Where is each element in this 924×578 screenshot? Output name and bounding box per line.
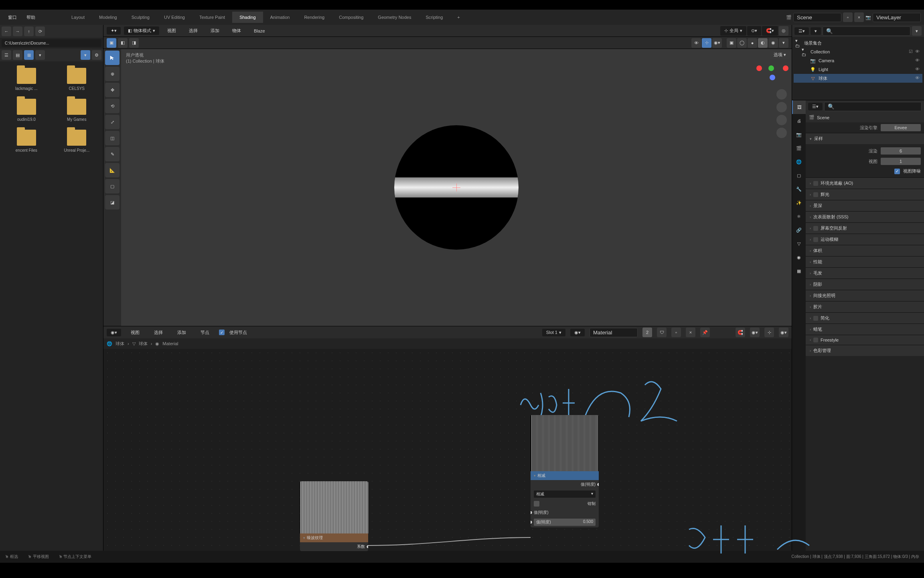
value2-field[interactable]: 值(明度) 0.500 (534, 519, 596, 526)
input-socket-value1[interactable] (531, 511, 533, 515)
prop-tab-scene[interactable]: 🎬 (792, 141, 806, 155)
select-mode-2[interactable]: ◧ (118, 38, 128, 48)
vp-blaze-menu[interactable]: Blaze (249, 27, 270, 35)
shading-rendered[interactable]: ◉ (768, 38, 778, 48)
panel-simplify[interactable]: ›简化 (806, 313, 924, 324)
panel-sampling[interactable]: ▾采样 (806, 133, 924, 144)
menu-window[interactable]: 窗口 (3, 13, 22, 22)
outliner-collection[interactable]: ▾ 🗀 Collection ☑👁 (794, 47, 922, 56)
collapse-icon[interactable]: ▾ (303, 536, 305, 540)
hide-toggle[interactable]: 👁 (915, 67, 921, 72)
ne-editor-type[interactable]: ◉▾ (107, 329, 121, 336)
tool-annotate[interactable]: ✎ (105, 147, 120, 161)
engine-dropdown[interactable]: Eevee (881, 124, 921, 131)
ne-node-menu[interactable]: 节点 (196, 328, 214, 337)
panel-color[interactable]: ›色彩管理 (806, 345, 924, 356)
selectability-toggle[interactable]: 👁 (691, 38, 701, 48)
xray-toggle[interactable]: ▣ (727, 38, 736, 48)
folder-item[interactable]: oudini19.0 (3, 99, 50, 122)
prop-tab-constraint[interactable]: 🔗 (792, 223, 806, 237)
hide-toggle[interactable]: 👁 (915, 49, 921, 55)
scene-name-input[interactable] (793, 13, 841, 22)
props-scene-name[interactable]: Scene (817, 115, 829, 120)
tool-cursor[interactable]: ⊕ (105, 67, 120, 81)
nav-camera[interactable] (776, 115, 787, 125)
prop-tab-particle[interactable]: ✨ (792, 196, 806, 210)
bc-obj2[interactable]: 球体 (139, 341, 148, 347)
panel-dof[interactable]: ›景深 (806, 200, 924, 211)
panel-indirect[interactable]: ›间接光照明 (806, 290, 924, 301)
gizmo-toggle[interactable]: ⊹ (702, 38, 711, 48)
vp-view-menu[interactable]: 视图 (162, 26, 181, 35)
tool-move[interactable]: ✥ (105, 83, 120, 97)
material-unlink[interactable]: × (686, 328, 695, 337)
nav-move[interactable] (776, 102, 787, 112)
ne-view-menu[interactable]: 视图 (126, 328, 144, 337)
editor-type-dropdown[interactable]: ✦▾ (107, 27, 121, 35)
nav-perspective[interactable] (776, 128, 787, 138)
workspace-shading[interactable]: Shading (232, 12, 263, 23)
workspace-compositing[interactable]: Compositing (332, 12, 371, 23)
workspace-texpaint[interactable]: Texture Paint (192, 12, 232, 23)
panel-perf[interactable]: ›性能 (806, 256, 924, 267)
nav-zoom[interactable] (776, 89, 787, 100)
use-nodes-checkbox[interactable]: ✓ (219, 330, 225, 335)
ne-snap[interactable]: 🧲 (736, 328, 745, 337)
ne-overlay[interactable]: ◉▾ (750, 328, 760, 337)
orientation-dropdown[interactable]: ⊹ 全局 ▾ (720, 26, 746, 36)
snap-dropdown[interactable]: 🧲▾ (762, 26, 778, 36)
fb-display-list[interactable]: ☰ (2, 50, 11, 60)
mode-dropdown[interactable]: ◧ 物体模式 ▾ (124, 26, 159, 35)
prop-tab-render[interactable]: 🖼 (792, 100, 806, 114)
outliner-camera[interactable]: 📷 Camera 👁 (794, 56, 922, 65)
prop-tab-material[interactable]: ◉ (792, 250, 806, 264)
select-mode-3[interactable]: ◨ (129, 38, 139, 48)
outliner-type[interactable]: ☰▾ (794, 27, 809, 35)
workspace-animation[interactable]: Animation (263, 12, 297, 23)
fb-display-detail[interactable]: ▤ (13, 50, 22, 60)
viewport-samples-field[interactable]: 1 (881, 158, 921, 165)
panel-freestyle[interactable]: ›Freestyle (806, 335, 924, 345)
prop-tab-output[interactable]: 🖨 (792, 114, 806, 128)
outliner-display[interactable]: ▾ (811, 27, 821, 35)
fb-forward-button[interactable]: → (13, 26, 22, 36)
menu-help[interactable]: 帮助 (22, 13, 40, 22)
prop-tab-modifier[interactable]: 🔧 (792, 182, 806, 196)
tool-add-cube[interactable]: ▢ (105, 179, 120, 193)
panel-ao[interactable]: ›环境光遮蔽 (AO) (806, 178, 924, 189)
scene-new-button[interactable]: ▫ (843, 12, 853, 22)
tool-transform[interactable]: ◫ (105, 131, 120, 145)
material-name-input[interactable] (590, 328, 638, 337)
vp-object-menu[interactable]: 物体 (227, 26, 246, 35)
folder-item[interactable]: Unreal Proje... (54, 130, 100, 153)
outliner-filter[interactable]: ▾ (912, 26, 922, 36)
material-browse[interactable]: ◉▾ (570, 329, 585, 336)
input-socket-value2[interactable] (531, 520, 533, 524)
tool-measure[interactable]: 📐 (105, 163, 120, 177)
prop-tab-texture[interactable]: ▦ (792, 264, 806, 278)
folder-item[interactable]: encent Files (3, 130, 50, 153)
fb-refresh-button[interactable]: ⟳ (35, 26, 45, 36)
shading-material[interactable]: ◐ (758, 38, 768, 48)
tool-rotate[interactable]: ⟲ (105, 99, 120, 113)
folder-item[interactable]: CELSYS (54, 68, 100, 91)
material-fake-user[interactable]: 🛡 (657, 328, 667, 337)
workspace-geonodes[interactable]: Geometry Nodes (371, 12, 418, 23)
prop-tab-viewlayer[interactable]: 📷 (792, 128, 806, 141)
overlay-dropdown[interactable]: ◉▾ (712, 38, 722, 48)
material-pin[interactable]: 📌 (700, 328, 710, 337)
output-socket-fac[interactable] (366, 545, 368, 549)
ne-tool[interactable]: ⊹ (764, 328, 774, 337)
panel-bloom[interactable]: ›辉光 (806, 189, 924, 200)
render-samples-field[interactable]: 6 (881, 147, 921, 155)
viewport-options[interactable]: 选项 ▾ (770, 51, 790, 59)
prop-tab-data[interactable]: ▽ (792, 237, 806, 250)
shading-options[interactable]: ▾ (779, 38, 788, 48)
node-canvas[interactable]: ▾ 噪波纹理 系数 ▾ 相减 (103, 349, 792, 551)
ne-backdrop[interactable]: ◉▾ (779, 328, 788, 337)
proportional-edit[interactable]: ◎ (779, 26, 788, 36)
vp-add-menu[interactable]: 添加 (206, 26, 224, 35)
outliner-light[interactable]: 💡 Light 👁 (794, 65, 922, 74)
prop-tab-object[interactable]: ▢ (792, 169, 806, 182)
clamp-checkbox[interactable] (534, 501, 539, 507)
